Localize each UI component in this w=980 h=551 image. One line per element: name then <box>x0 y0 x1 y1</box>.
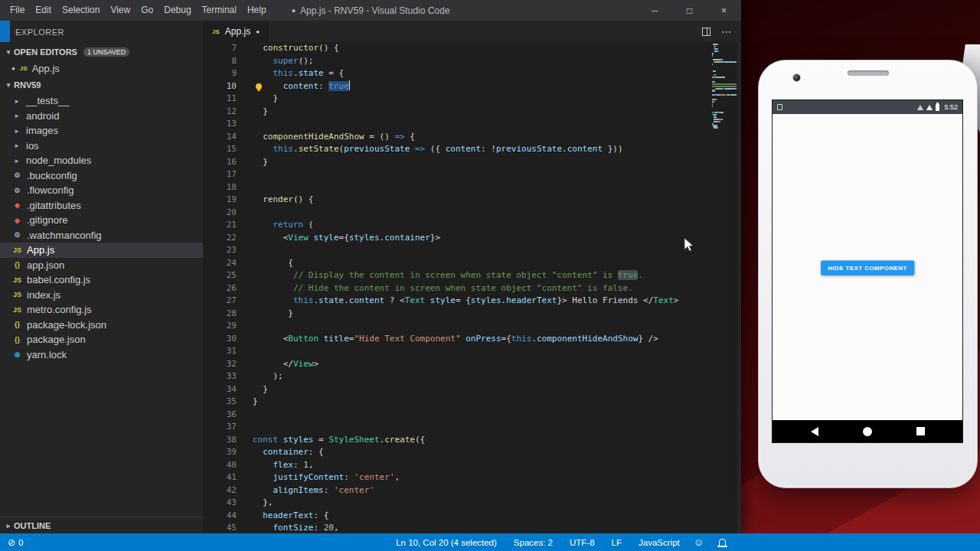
code-line-8[interactable]: 8 super(); <box>203 55 710 68</box>
open-editor-item-appjs[interactable]: ● JS App.js <box>0 60 203 77</box>
more-actions-icon[interactable]: ⋯ <box>721 26 732 37</box>
tree-item-metro-config-js[interactable]: JSmetro.config.js <box>0 302 203 318</box>
line-number: 39 <box>203 446 237 459</box>
code-line-35[interactable]: 35} <box>203 396 710 409</box>
tree-item--buckconfig[interactable]: ⚙.buckconfig <box>0 168 203 184</box>
code-line-11[interactable]: 11 } <box>203 93 710 106</box>
tree-item-index-js[interactable]: JSindex.js <box>0 288 203 303</box>
code-line-24[interactable]: 24 { <box>203 257 710 270</box>
tree-item--flowconfig[interactable]: ⚙.flowconfig <box>0 183 203 198</box>
tree-item-android[interactable]: ▸android <box>0 109 203 124</box>
menu-view[interactable]: View <box>105 0 136 21</box>
code-line-23[interactable]: 23 <box>203 244 710 257</box>
code-line-44[interactable]: 44 headerText: { <box>203 510 710 523</box>
code-line-30[interactable]: 30 <Button title="Hide Text Component" o… <box>203 333 710 346</box>
tab-appjs[interactable]: JS App.js ● <box>203 21 269 42</box>
notifications-bell-icon[interactable] <box>719 539 726 546</box>
code-line-41[interactable]: 41 justifyContent: 'center', <box>203 471 710 484</box>
back-icon[interactable] <box>811 427 818 436</box>
minimap[interactable] <box>712 44 737 129</box>
code-line-28[interactable]: 28 } <box>203 308 710 321</box>
problems-indicator[interactable]: ⊘ 0 <box>8 537 23 548</box>
code-line-37[interactable]: 37 <box>203 421 710 434</box>
line-number: 40 <box>203 459 237 472</box>
hide-text-component-button[interactable]: HIDE TEXT COMPONENT <box>821 261 914 276</box>
menu-edit[interactable]: Edit <box>30 0 57 21</box>
code-line-14[interactable]: 14 componentHideAndShow = () => { <box>203 131 710 144</box>
code-line-31[interactable]: 31 <box>203 345 710 358</box>
status-item-2[interactable]: UTF-8 <box>570 538 595 547</box>
tree-item-images[interactable]: ▸images <box>0 123 203 139</box>
code-line-39[interactable]: 39 container: { <box>203 446 710 459</box>
code-line-7[interactable]: 7 constructor() { <box>203 42 710 55</box>
close-button[interactable]: × <box>707 0 741 21</box>
outline-section-header[interactable]: ▸ OUTLINE <box>0 517 203 533</box>
code-line-38[interactable]: 38const styles = StyleSheet.create({ <box>203 434 710 447</box>
tree-item--watchmanconfig[interactable]: ⚙.watchmanconfig <box>0 228 203 243</box>
tree-item-yarn-lock[interactable]: ◉yarn.lock <box>0 347 203 363</box>
menu-file[interactable]: File <box>5 0 30 21</box>
code-line-18[interactable]: 18 <box>203 181 710 194</box>
status-item-0[interactable]: Ln 10, Col 20 (4 selected) <box>396 538 497 547</box>
code-line-21[interactable]: 21 return ( <box>203 219 710 232</box>
editor-scrollbar[interactable] <box>737 42 741 533</box>
code-text: this.state = { <box>237 67 344 80</box>
code-line-17[interactable]: 17 <box>203 168 710 181</box>
code-line-26[interactable]: 26 // Hide the content in screen when st… <box>203 282 710 295</box>
lightbulb-icon[interactable] <box>256 83 262 90</box>
tree-item-app-json[interactable]: {}app.json <box>0 258 203 273</box>
code-line-16[interactable]: 16 } <box>203 156 710 169</box>
code-line-20[interactable]: 20 <box>203 207 710 220</box>
code-line-27[interactable]: 27 this.state.content ? <Text style= {st… <box>203 295 710 308</box>
code-line-42[interactable]: 42 alignItems: 'center' <box>203 484 710 497</box>
tree-item-package-lock-json[interactable]: {}package-lock.json <box>0 318 203 333</box>
code-line-12[interactable]: 12 } <box>203 106 710 119</box>
minimize-button[interactable]: ─ <box>638 0 672 21</box>
home-icon[interactable] <box>863 427 872 436</box>
file-tree: ▸__tests__▸android▸images▸ios▸node_modul… <box>0 93 203 362</box>
code-line-45[interactable]: 45 fontSize: 20, <box>203 522 710 533</box>
open-editors-header[interactable]: ▾ OPEN EDITORS 1 UNSAVED <box>0 44 203 60</box>
tree-item-package-json[interactable]: {}package.json <box>0 332 203 347</box>
code-editor[interactable]: 7 constructor() {8 super();9 this.state … <box>203 42 741 533</box>
code-line-25[interactable]: 25 // Display the content in screen when… <box>203 269 710 282</box>
tree-item--gitignore[interactable]: ◆.gitignore <box>0 213 203 228</box>
line-number: 7 <box>203 42 237 55</box>
tree-item-babel-config-js[interactable]: JSbabel.config.js <box>0 272 203 288</box>
code-line-34[interactable]: 34 } <box>203 383 710 396</box>
code-line-13[interactable]: 13 <box>203 118 710 131</box>
status-item-4[interactable]: JavaScript <box>639 538 680 547</box>
code-line-36[interactable]: 36 <box>203 409 710 422</box>
tree-item--tests-[interactable]: ▸__tests__ <box>0 93 203 109</box>
menu-go[interactable]: Go <box>136 0 158 21</box>
feedback-smiley-icon[interactable]: ☺ <box>694 536 704 548</box>
code-text <box>237 118 253 131</box>
tree-item-ios[interactable]: ▸ios <box>0 139 203 154</box>
split-editor-icon[interactable] <box>702 28 710 36</box>
code-line-29[interactable]: 29 <box>203 320 710 333</box>
code-line-40[interactable]: 40 flex: 1, <box>203 459 710 472</box>
maximize-button[interactable]: □ <box>672 0 707 21</box>
line-number: 35 <box>203 396 237 409</box>
menu-debug[interactable]: Debug <box>158 0 196 21</box>
code-line-43[interactable]: 43 }, <box>203 497 710 510</box>
code-line-15[interactable]: 15 this.setState(previousState => ({ con… <box>203 143 710 156</box>
tree-item--gitattributes[interactable]: ◆.gitattributes <box>0 198 203 214</box>
recents-icon[interactable] <box>916 427 925 435</box>
menu-selection[interactable]: Selection <box>57 0 105 21</box>
code-line-22[interactable]: 22 <View style={styles.container}> <box>203 232 710 245</box>
status-item-3[interactable]: LF <box>612 538 622 547</box>
project-root-header[interactable]: ▾ RNV59 <box>0 77 203 93</box>
code-line-10[interactable]: 10 content: true <box>203 80 710 93</box>
code-line-32[interactable]: 32 </View> <box>203 358 710 371</box>
file-name: index.js <box>27 289 60 301</box>
menu-help[interactable]: Help <box>242 0 272 21</box>
menu-terminal[interactable]: Terminal <box>197 0 242 21</box>
tree-item-app-js[interactable]: JSApp.js <box>0 243 203 258</box>
tree-item-node-modules[interactable]: ▸node_modules <box>0 153 203 168</box>
code-line-33[interactable]: 33 ); <box>203 370 710 383</box>
line-number: 11 <box>203 93 237 106</box>
code-line-19[interactable]: 19 render() { <box>203 194 710 207</box>
status-item-1[interactable]: Spaces: 2 <box>514 538 553 547</box>
code-line-9[interactable]: 9 this.state = { <box>203 67 710 80</box>
